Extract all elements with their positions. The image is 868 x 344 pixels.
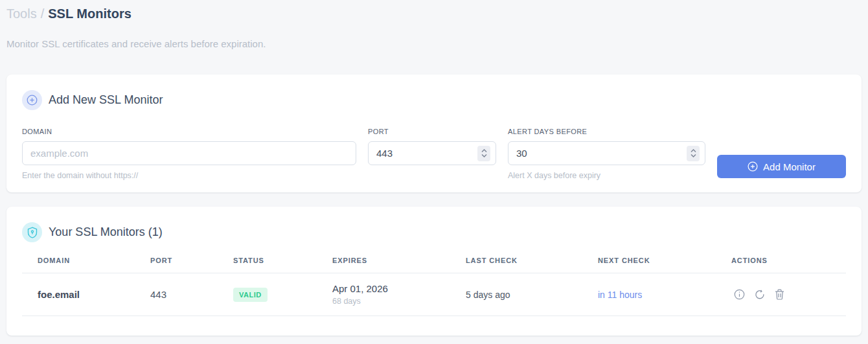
port-label: PORT bbox=[368, 128, 496, 135]
col-header-actions: ACTIONS bbox=[731, 257, 846, 264]
chevron-up-icon bbox=[691, 149, 696, 153]
page-title: SSL Monitors bbox=[48, 6, 131, 21]
chevron-up-icon bbox=[481, 149, 487, 153]
monitor-expires-days-left: 68 days bbox=[332, 297, 466, 306]
info-button[interactable] bbox=[734, 289, 745, 300]
refresh-button[interactable] bbox=[755, 290, 765, 300]
alert-days-stepper[interactable] bbox=[687, 146, 700, 161]
submit-column: Add Monitor bbox=[717, 128, 846, 180]
domain-label: DOMAIN bbox=[22, 128, 356, 135]
monitor-actions-cell bbox=[731, 289, 846, 300]
delete-button[interactable] bbox=[775, 289, 784, 300]
monitor-expires-cell: Apr 01, 2026 68 days bbox=[332, 283, 466, 306]
add-monitor-form: DOMAIN Enter the domain without https://… bbox=[22, 128, 846, 180]
alert-days-input[interactable] bbox=[508, 141, 705, 165]
monitor-port: 443 bbox=[150, 289, 233, 300]
chevron-down-icon bbox=[691, 154, 696, 157]
breadcrumb-separator: / bbox=[41, 6, 45, 21]
monitors-table: DOMAIN PORT STATUS EXPIRES LAST CHECK NE… bbox=[22, 257, 846, 316]
monitor-expires-date: Apr 01, 2026 bbox=[332, 283, 466, 294]
col-header-port: PORT bbox=[150, 257, 233, 264]
domain-helper-text: Enter the domain without https:// bbox=[22, 171, 356, 180]
add-monitor-card: Add New SSL Monitor DOMAIN Enter the dom… bbox=[6, 75, 862, 192]
info-icon bbox=[734, 289, 745, 300]
port-stepper[interactable] bbox=[477, 146, 490, 161]
table-header-row: DOMAIN PORT STATUS EXPIRES LAST CHECK NE… bbox=[22, 257, 846, 273]
shield-icon bbox=[22, 222, 42, 242]
col-header-status: STATUS bbox=[233, 257, 332, 264]
table-row: foe.email 443 VALID Apr 01, 2026 68 days… bbox=[22, 273, 846, 316]
add-monitor-button-label: Add Monitor bbox=[763, 161, 816, 172]
monitors-list-card: Your SSL Monitors (1) DOMAIN PORT STATUS… bbox=[6, 207, 862, 336]
monitor-domain: foe.email bbox=[38, 289, 150, 300]
monitor-next-check: in 11 hours bbox=[598, 290, 731, 300]
plus-circle-icon bbox=[22, 90, 42, 110]
add-monitor-button[interactable]: Add Monitor bbox=[717, 155, 846, 178]
port-field-group: PORT bbox=[368, 128, 496, 180]
col-header-domain: DOMAIN bbox=[38, 257, 150, 264]
add-monitor-card-title: Add New SSL Monitor bbox=[49, 93, 163, 107]
col-header-expires: EXPIRES bbox=[332, 257, 466, 264]
breadcrumb: Tools/SSL Monitors bbox=[6, 5, 862, 22]
monitors-card-title: Your SSL Monitors (1) bbox=[49, 225, 163, 239]
alert-days-field-group: ALERT DAYS BEFORE Alert X days before ex… bbox=[508, 128, 705, 180]
status-badge: VALID bbox=[233, 288, 268, 302]
plus-circle-icon bbox=[748, 161, 758, 172]
page-subtitle: Monitor SSL certificates and receive ale… bbox=[6, 38, 862, 49]
monitor-last-check: 5 days ago bbox=[466, 290, 598, 300]
chevron-down-icon bbox=[481, 154, 487, 157]
domain-input[interactable] bbox=[22, 141, 356, 165]
refresh-icon bbox=[755, 290, 765, 300]
alert-days-label: ALERT DAYS BEFORE bbox=[508, 128, 705, 135]
breadcrumb-tools-link[interactable]: Tools bbox=[6, 6, 37, 21]
col-header-next-check: NEXT CHECK bbox=[598, 257, 731, 264]
monitor-status-cell: VALID bbox=[233, 288, 332, 302]
alert-days-helper-text: Alert X days before expiry bbox=[508, 171, 705, 180]
add-monitor-card-header: Add New SSL Monitor bbox=[22, 90, 846, 110]
domain-field-group: DOMAIN Enter the domain without https:// bbox=[22, 128, 356, 180]
ssl-monitors-page: Tools/SSL Monitors Monitor SSL certifica… bbox=[0, 0, 868, 336]
trash-icon bbox=[775, 289, 784, 300]
col-header-last-check: LAST CHECK bbox=[466, 257, 598, 264]
monitors-card-header: Your SSL Monitors (1) bbox=[22, 222, 846, 242]
